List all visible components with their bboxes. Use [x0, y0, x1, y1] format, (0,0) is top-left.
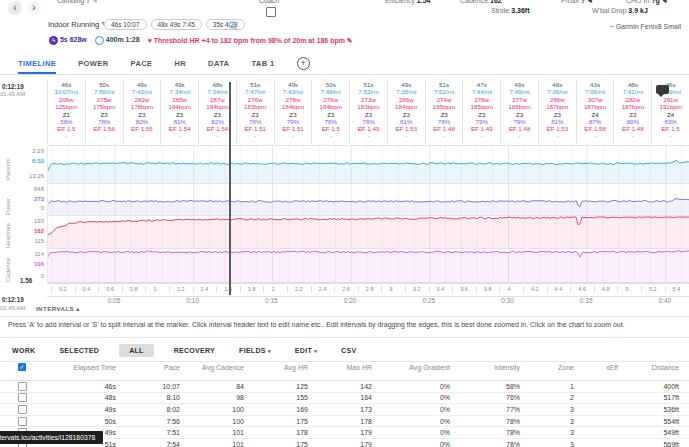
- column-header-avg-cadence[interactable]: Avg Cadence: [190, 364, 254, 371]
- interval-card[interactable]: 48s7:41/mi282w187bpmZ380%EF 1.48⌄: [613, 80, 651, 144]
- column-header-zone[interactable]: Zone: [530, 364, 584, 371]
- axis-tick: 273: [2, 196, 44, 202]
- cell: 178: [318, 418, 382, 425]
- intervals-dropdown[interactable]: INTERVALS ▴: [36, 305, 80, 312]
- interval-header-strip: 46s10:07/mi206w125bpmZ158%EF 1.5⌄50s7:56…: [47, 80, 689, 144]
- tab-power[interactable]: POWER: [78, 52, 108, 74]
- row-checkbox[interactable]: [18, 417, 27, 426]
- x-axis-tick: 0:35: [573, 297, 599, 304]
- table-row[interactable]: 49s8:021001691730%77%3536ft: [0, 404, 689, 416]
- interval-card[interactable]: 49s7:43/mi282w178bpmZ380%EF 1.55⌄: [123, 80, 161, 144]
- interval-chip-1[interactable]: 48x 49s 7:45: [151, 19, 202, 30]
- mile-marker: 1.8: [240, 286, 256, 292]
- toolbar-all-button[interactable]: ALL: [119, 344, 154, 357]
- cell: 98: [190, 394, 254, 401]
- interval-card[interactable]: 43s7:06/mi307w187bpmZ487%EF 1.58⌄: [576, 80, 614, 144]
- column-header-intensity[interactable]: Intensity: [460, 364, 530, 371]
- threshold-hr-note[interactable]: ♥ Threshold HR +4 to 182 bpm from 98% of…: [148, 37, 353, 45]
- table-row[interactable]: 46s10:07841251420%58%1400ft: [0, 381, 689, 393]
- chevron-down-icon: ▾: [268, 348, 271, 354]
- mile-marker: 2.8: [358, 286, 374, 292]
- axis-tick: 115: [2, 238, 44, 244]
- table-row[interactable]: 49s7:511011781790%78%3549ft: [0, 427, 689, 439]
- cell: 125: [254, 383, 318, 390]
- interval-card[interactable]: 47s7:44/mi278w185bpmZ379%EF 1.49⌄: [462, 80, 500, 144]
- power-pb-badge[interactable]: ϟ 5s 628w: [49, 36, 87, 45]
- cell: 554ft: [628, 418, 689, 425]
- interval-card[interactable]: 49s7:34/mi285w184bpmZ381%EF 1.54⌄: [160, 80, 198, 144]
- stat-stride: Stride 3.36ft: [491, 7, 530, 14]
- interval-chip-2[interactable]: 35s 4:28: [206, 19, 245, 30]
- interval-card[interactable]: 49s7:49/mi277w186bpmZ379%EF 1.48⌄: [500, 80, 538, 144]
- table-row[interactable]: 51s7:541011751790%78%3569ft: [0, 439, 689, 447]
- cell: 0%: [382, 418, 460, 425]
- intervals-table-header: ✓Elapsed TimePaceAvg CadenceAvg HRMax HR…: [0, 363, 689, 381]
- tab-hr[interactable]: HR: [174, 52, 186, 74]
- row-checkbox[interactable]: [18, 405, 27, 414]
- mile-marker: 5.2: [641, 286, 657, 292]
- row-checkbox[interactable]: [18, 382, 27, 391]
- select-all-checkbox[interactable]: ✓: [18, 363, 26, 371]
- column-header-avg-gradient[interactable]: Avg Gradient: [382, 364, 460, 371]
- toolbar-edit-button[interactable]: EDIT ▾: [291, 344, 321, 357]
- interval-card[interactable]: 48s7:36/mi286w187bpmZ381%EF 1.53⌄: [538, 80, 576, 144]
- search-icon[interactable]: [228, 21, 238, 31]
- row-checkbox[interactable]: [18, 393, 27, 402]
- cell: 155: [254, 394, 318, 401]
- tab-pace[interactable]: PACE: [131, 52, 153, 74]
- cell: 77%: [460, 406, 530, 413]
- toolbar-fields-button[interactable]: FIELDS ▾: [235, 344, 275, 357]
- chart-marker-line[interactable]: [229, 82, 231, 295]
- table-row[interactable]: 48s8:10981551640%76%2517ft: [0, 393, 689, 405]
- next-activity-button[interactable]: ›: [27, 1, 41, 15]
- column-header-elapsed-time[interactable]: Elapsed Time: [30, 364, 126, 371]
- cell: 8:02: [126, 406, 190, 413]
- distance-strip: 0.20.40.60.811.21.41.61.822.22.42.62.833…: [47, 283, 689, 297]
- interval-card[interactable]: 49s7:35/mi286w184bpmZ381%EF 1.53⌄: [387, 80, 425, 144]
- toolbar-work-button[interactable]: WORK: [8, 344, 39, 357]
- x-axis-tick: 0:30: [495, 297, 521, 304]
- stat-cho[interactable]: CHO In ?g ✎: [626, 0, 668, 5]
- interval-card[interactable]: 49s7:43/mi278w184bpmZ379%EF 1.51⌄: [274, 80, 312, 144]
- comment-flag-icon[interactable]: [656, 85, 669, 94]
- timeline-chart[interactable]: [47, 145, 689, 283]
- interval-card[interactable]: 51s7:53/mi273w183bpmZ378%EF 1.49⌄: [349, 80, 387, 144]
- axis-tick: 6:32: [2, 158, 44, 164]
- mile-marker: 4: [499, 286, 510, 292]
- column-header-max-hr[interactable]: Max HR: [318, 364, 382, 371]
- climbing-stat[interactable]: Climbing 7 ✎: [57, 0, 98, 5]
- mile-marker: 3.8: [476, 286, 492, 292]
- interval-card[interactable]: 50s7:48/mi276w184bpmZ378%EF 1.5⌄: [311, 80, 349, 144]
- column-header-pace[interactable]: Pace: [126, 364, 190, 371]
- cell: 101: [190, 429, 254, 436]
- toolbar-csv-button[interactable]: CSV: [337, 344, 360, 357]
- coach-checkbox[interactable]: [266, 7, 276, 17]
- axis-tick: 2:29: [2, 148, 44, 154]
- toolbar-recovery-button[interactable]: RECOVERY: [170, 344, 219, 357]
- device-name: ~ Garmin Fenix8 Small: [610, 23, 681, 30]
- column-header-distance[interactable]: Distance: [628, 364, 689, 371]
- interval-card[interactable]: 46s10:07/mi206w125bpmZ158%EF 1.5⌄: [47, 80, 85, 144]
- toolbar-selected-button[interactable]: SELECTED: [55, 344, 103, 357]
- marker-distance: 1.56: [20, 277, 32, 284]
- mile-marker: 2.6: [334, 286, 350, 292]
- mile-marker: 4.8: [594, 286, 610, 292]
- chevron-down-icon: ▾: [314, 348, 317, 354]
- interval-card[interactable]: 51s7:52/mi274w185bpmZ378%EF 1.48⌄: [425, 80, 463, 144]
- cell: 50s: [30, 418, 126, 425]
- table-row[interactable]: 50s7:561001751780%78%3554ft: [0, 416, 689, 428]
- stat-pmax[interactable]: Pmax ? ✎: [561, 0, 593, 5]
- prev-activity-button[interactable]: ‹: [8, 1, 22, 15]
- tab-timeline[interactable]: TIMELINE: [18, 52, 56, 74]
- cell: 100: [190, 406, 254, 413]
- cell: 569ft: [628, 441, 689, 447]
- interval-card[interactable]: 51s7:47/mi276w183bpmZ378%EF 1.51⌄: [236, 80, 274, 144]
- column-header-xeff[interactable]: xEff: [584, 364, 628, 371]
- add-tab-button[interactable]: +: [297, 57, 310, 70]
- interval-chip-0[interactable]: 46s 10:07: [104, 19, 147, 30]
- tab-tab-1[interactable]: TAB 1: [251, 52, 274, 74]
- lap-pb-badge[interactable]: 400m 1:28: [95, 36, 140, 45]
- tab-data[interactable]: DATA: [208, 52, 229, 74]
- interval-card[interactable]: 50s7:56/mi275w175bpmZ378%EF 1.56⌄: [85, 80, 123, 144]
- column-header-avg-hr[interactable]: Avg HR: [254, 364, 318, 371]
